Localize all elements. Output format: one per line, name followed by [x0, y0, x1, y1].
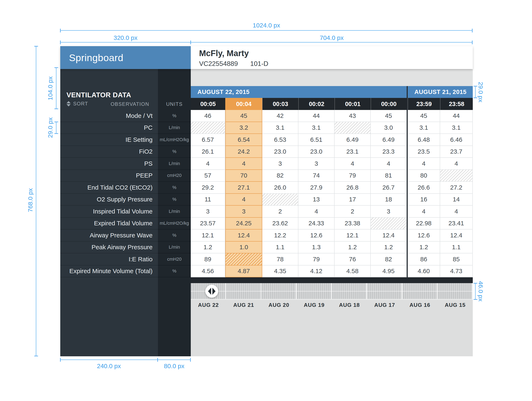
date-label[interactable]: AUG 19 [297, 302, 332, 308]
data-cell-no-data[interactable] [371, 218, 407, 230]
data-cell[interactable]: 4 [335, 158, 371, 170]
data-cell[interactable]: 6.51 [298, 134, 335, 146]
data-cell[interactable]: 1.2 [335, 242, 371, 254]
data-cell[interactable]: 3 [371, 206, 407, 218]
data-cell[interactable]: 4.60 [408, 266, 440, 278]
data-cell[interactable]: 26.7 [371, 182, 407, 194]
data-cell-no-data[interactable] [191, 122, 225, 134]
data-cell[interactable]: 6.49 [371, 134, 407, 146]
data-cell[interactable]: 76 [335, 253, 371, 266]
date-label[interactable]: AUG 18 [332, 302, 367, 308]
date-label[interactable]: AUG 21 [226, 302, 261, 308]
data-cell[interactable]: 1.1 [440, 242, 473, 254]
data-cell[interactable]: 27.9 [298, 182, 335, 194]
time-column-header[interactable]: 23:58 [440, 98, 473, 110]
data-cell[interactable]: 4.73 [440, 266, 473, 278]
data-cell[interactable]: 24.33 [298, 218, 335, 230]
time-column-header[interactable]: 00:02 [298, 98, 335, 110]
data-cell[interactable]: 12.1 [335, 229, 371, 242]
data-cell[interactable]: 4 [440, 158, 473, 170]
data-cell[interactable]: 3.1 [440, 122, 473, 134]
data-cell[interactable]: 85 [440, 253, 473, 266]
data-cell[interactable]: 26.1 [191, 146, 225, 158]
date-label[interactable]: AUG 16 [402, 302, 438, 308]
data-cell[interactable]: 45 [408, 110, 440, 122]
data-cell[interactable]: 1.0 [225, 242, 262, 254]
data-cell[interactable]: 2 [335, 206, 371, 218]
data-cell[interactable]: 23.41 [440, 218, 473, 230]
data-cell[interactable]: 22.98 [408, 218, 440, 230]
data-cell[interactable]: 24.2 [225, 146, 262, 158]
data-cell[interactable]: 24.25 [225, 218, 262, 230]
data-cell-no-data[interactable] [335, 122, 371, 134]
data-cell[interactable]: 6.57 [191, 134, 225, 146]
data-cell[interactable]: 2 [262, 206, 298, 218]
data-cell[interactable]: 17 [335, 194, 371, 206]
data-cell[interactable]: 3 [191, 206, 225, 218]
data-cell[interactable]: 12.1 [191, 229, 225, 242]
data-cell[interactable]: 23.38 [335, 218, 371, 230]
data-cell[interactable]: 6.49 [335, 134, 371, 146]
data-cell[interactable]: 4.95 [371, 266, 407, 278]
data-cell[interactable]: 4 [298, 206, 335, 218]
date-label[interactable]: AUG 22 [191, 302, 226, 308]
data-cell[interactable]: 16 [408, 194, 440, 206]
data-cell[interactable]: 82 [371, 253, 407, 266]
data-cell[interactable]: 12.4 [371, 229, 407, 242]
data-cell[interactable]: 1.2 [191, 242, 225, 254]
timeline-scrollbar[interactable] [191, 283, 473, 300]
data-cell[interactable]: 3.0 [371, 122, 407, 134]
data-cell[interactable]: 1.2 [408, 242, 440, 254]
data-cell[interactable]: 81 [371, 170, 407, 182]
data-cell[interactable]: 78 [262, 253, 298, 266]
data-cell[interactable]: 4.56 [191, 266, 225, 278]
data-cell[interactable]: 23.3 [371, 146, 407, 158]
data-cell[interactable]: 23.7 [440, 146, 473, 158]
data-cell[interactable]: 29.2 [191, 182, 225, 194]
data-cell[interactable]: 23.57 [191, 218, 225, 230]
data-cell[interactable]: 86 [408, 253, 440, 266]
data-cell[interactable]: 23.1 [335, 146, 371, 158]
data-cell[interactable]: 6.46 [440, 134, 473, 146]
data-cell[interactable]: 74 [298, 170, 335, 182]
data-cell[interactable]: 26.6 [408, 182, 440, 194]
data-cell[interactable]: 6.53 [262, 134, 298, 146]
data-cell[interactable]: 44 [440, 110, 473, 122]
data-cell[interactable]: 23.62 [262, 218, 298, 230]
data-cell[interactable]: 4 [408, 158, 440, 170]
scrollbar-handle[interactable] [205, 285, 218, 298]
time-column-header[interactable]: 23:59 [408, 98, 440, 110]
time-column-header[interactable]: 00:00 [371, 98, 407, 110]
data-cell[interactable]: 12.6 [408, 229, 440, 242]
data-cell[interactable]: 6.48 [408, 134, 440, 146]
data-cell[interactable]: 12.6 [298, 229, 335, 242]
data-cell[interactable]: 12.4 [440, 229, 473, 242]
data-cell[interactable]: 80 [408, 170, 440, 182]
data-cell[interactable]: 27.2 [440, 182, 473, 194]
data-cell[interactable]: 44 [298, 110, 335, 122]
data-cell[interactable]: 13 [298, 194, 335, 206]
data-cell[interactable]: 42 [262, 110, 298, 122]
data-cell[interactable]: 12.2 [262, 229, 298, 242]
data-cell[interactable]: 3 [262, 158, 298, 170]
data-cell[interactable]: 4.87 [225, 266, 262, 278]
data-cell[interactable]: 4 [440, 206, 473, 218]
data-cell[interactable]: 45 [225, 110, 262, 122]
data-cell[interactable]: 4.35 [262, 266, 298, 278]
data-cell[interactable]: 3.2 [225, 122, 262, 134]
data-cell[interactable]: 3.1 [262, 122, 298, 134]
data-cell[interactable]: 4.58 [335, 266, 371, 278]
data-cell[interactable]: 4 [371, 158, 407, 170]
data-cell[interactable]: 4.12 [298, 266, 335, 278]
data-cell[interactable]: 3 [225, 206, 262, 218]
data-cell[interactable]: 70 [225, 170, 262, 182]
date-label[interactable]: AUG 20 [261, 302, 297, 308]
date-label[interactable]: AUG 15 [437, 302, 473, 308]
data-cell-no-data[interactable] [262, 194, 298, 206]
data-cell[interactable]: 1.3 [298, 242, 335, 254]
data-cell[interactable]: 23.0 [298, 146, 335, 158]
data-cell-no-data[interactable] [225, 253, 262, 266]
data-cell[interactable]: 18 [371, 194, 407, 206]
time-column-header[interactable]: 00:05 [191, 98, 225, 110]
data-cell[interactable]: 3.1 [298, 122, 335, 134]
